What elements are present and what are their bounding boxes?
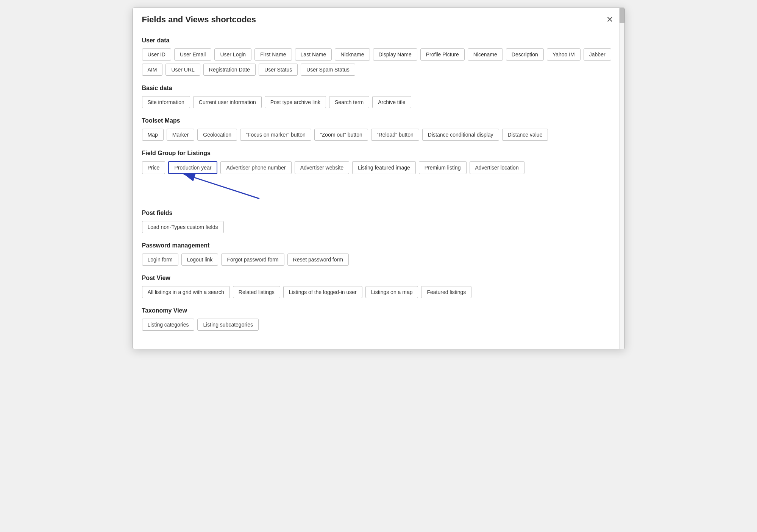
tag-btn-description[interactable]: Description [506,48,544,61]
tag-btn-user-spam-status[interactable]: User Spam Status [301,64,355,76]
modal-body: User dataUser IDUser EmailUser LoginFirs… [133,30,624,349]
tag-btn-first-name[interactable]: First Name [254,48,292,61]
tag-btn-aim[interactable]: AIM [142,64,163,76]
tag-btn-site-information[interactable]: Site information [142,96,190,108]
tag-btn-user-url[interactable]: User URL [165,64,200,76]
tag-btn-registration-date[interactable]: Registration Date [203,64,256,76]
section-title-field-group-listings: Field Group for Listings [142,150,617,157]
arrow-svg [165,170,286,201]
section-taxonomy-view: Taxonomy ViewListing categoriesListing s… [142,307,617,331]
tag-btn-nickname[interactable]: Nickname [335,48,370,61]
tag-btn-distance-value[interactable]: Distance value [502,129,548,141]
tag-btn-related-listings[interactable]: Related listings [233,286,280,298]
tag-btn-reset-password-form[interactable]: Reset password form [287,254,349,266]
tag-btn-yahoo-im[interactable]: Yahoo IM [547,48,581,61]
tag-btn-listing-subcategories[interactable]: Listing subcategories [197,319,259,331]
tag-btn-distance-conditional-display[interactable]: Distance conditional display [422,129,499,141]
section-title-taxonomy-view: Taxonomy View [142,307,617,314]
tag-btn-profile-picture[interactable]: Profile Picture [420,48,465,61]
modal-header: Fields and Views shortcodes ✕ [133,8,624,30]
tag-btn-reload-button[interactable]: "Reload" button [371,129,419,141]
tag-group-post-fields: Load non-Types custom fields [142,221,617,233]
tag-btn-display-name[interactable]: Display Name [373,48,417,61]
tag-btn-all-listings-in-a-grid-with-a-search[interactable]: All listings in a grid with a search [142,286,230,298]
scrollbar-thumb[interactable] [620,8,624,23]
section-toolset-maps: Toolset MapsMapMarkerGeolocation"Focus o… [142,117,617,141]
modal-container: Fields and Views shortcodes ✕ User dataU… [133,8,625,349]
tag-btn-focus-on-marker-button[interactable]: "Focus on marker" button [240,129,311,141]
svg-line-1 [184,174,259,199]
section-title-post-view: Post View [142,275,617,282]
section-password-management: Password managementLogin formLogout link… [142,242,617,266]
section-title-password-management: Password management [142,242,617,249]
tag-btn-nicename[interactable]: Nicename [468,48,503,61]
tag-btn-user-status[interactable]: User Status [259,64,298,76]
modal-title: Fields and Views shortcodes [142,15,256,25]
tag-btn-jabber[interactable]: Jabber [584,48,611,61]
section-field-group-listings: Field Group for ListingsPriceProduction … [142,150,617,201]
scrollbar[interactable] [619,8,624,349]
tag-btn-listing-categories[interactable]: Listing categories [142,319,195,331]
tag-btn-forgot-password-form[interactable]: Forgot password form [221,254,284,266]
section-basic-data: Basic dataSite informationCurrent user i… [142,85,617,108]
tag-group-password-management: Login formLogout linkForgot password for… [142,254,617,266]
tag-group-toolset-maps: MapMarkerGeolocation"Focus on marker" bu… [142,129,617,141]
tag-btn-user-id[interactable]: User ID [142,48,171,61]
tag-btn-listings-on-a-map[interactable]: Listings on a map [365,286,418,298]
tag-group-basic-data: Site informationCurrent user information… [142,96,617,108]
close-button[interactable]: ✕ [604,15,615,25]
arrow-annotation [142,170,617,201]
tag-btn-login-form[interactable]: Login form [142,254,178,266]
section-title-toolset-maps: Toolset Maps [142,117,617,124]
tag-btn-listings-of-the-logged-in-user[interactable]: Listings of the logged-in user [283,286,362,298]
section-title-user-data: User data [142,37,617,44]
section-title-post-fields: Post fields [142,210,617,216]
tag-group-post-view: All listings in a grid with a searchRela… [142,286,617,298]
section-post-fields: Post fieldsLoad non-Types custom fields [142,210,617,233]
section-post-view: Post ViewAll listings in a grid with a s… [142,275,617,298]
tag-btn-user-login[interactable]: User Login [214,48,251,61]
tag-btn-map[interactable]: Map [142,129,164,141]
tag-btn-geolocation[interactable]: Geolocation [197,129,237,141]
tag-btn-user-email[interactable]: User Email [174,48,211,61]
tag-btn-logout-link[interactable]: Logout link [181,254,219,266]
section-title-basic-data: Basic data [142,85,617,92]
tag-group-user-data: User IDUser EmailUser LoginFirst NameLas… [142,48,617,76]
tag-btn-archive-title[interactable]: Archive title [372,96,411,108]
tag-btn-search-term[interactable]: Search term [329,96,369,108]
tag-btn-post-type-archive-link[interactable]: Post type archive link [265,96,326,108]
tag-btn-load-non-types-custom-fields[interactable]: Load non-Types custom fields [142,221,224,233]
tag-btn-last-name[interactable]: Last Name [295,48,332,61]
tag-group-taxonomy-view: Listing categoriesListing subcategories [142,319,617,331]
tag-btn-featured-listings[interactable]: Featured listings [421,286,471,298]
tag-btn-zoom-out-button[interactable]: "Zoom out" button [314,129,368,141]
tag-btn-marker[interactable]: Marker [167,129,195,141]
tag-btn-current-user-information[interactable]: Current user information [193,96,262,108]
section-user-data: User dataUser IDUser EmailUser LoginFirs… [142,37,617,76]
